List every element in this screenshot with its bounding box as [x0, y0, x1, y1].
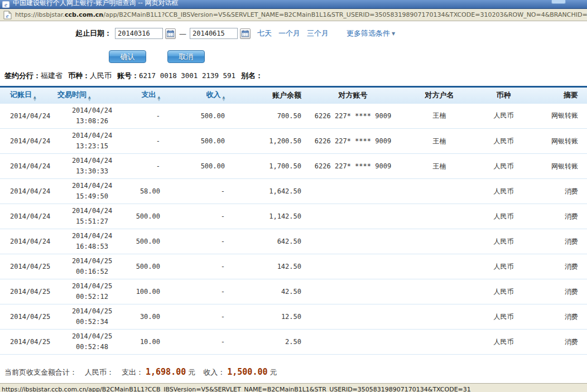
table-row: 2014/04/24 2014/04/24 13:08:26 - 500.00 …: [0, 104, 587, 129]
dialog-icon: e: [2, 1, 10, 8]
cell-posting-date: 2014/04/25: [0, 279, 53, 304]
cell-expense: 500.00: [131, 254, 170, 279]
cell-peer-name: 王楠: [399, 154, 480, 179]
date-from-input[interactable]: [115, 28, 163, 39]
cell-peer-account: [307, 179, 399, 204]
cancel-button[interactable]: 取消: [167, 50, 205, 63]
cell-peer-account: [307, 330, 399, 355]
quick-range-7days[interactable]: 七天: [257, 28, 272, 38]
transaction-clock: 00:52:34: [53, 317, 131, 327]
totals-in-amount: 1,500.00: [227, 367, 267, 377]
cell-summary: 网银转账: [527, 154, 587, 179]
address-bar[interactable]: e https://ibsbjstar.ccb.com.cn/app/B2CMa…: [0, 9, 587, 21]
cell-balance: 42.50: [232, 279, 307, 304]
dialog-title: 中国建设银行个人网上银行-账户明细查询 -- 网页对话框: [13, 0, 179, 8]
cell-transaction-time: 2014/04/25 00:52:48: [53, 330, 131, 355]
cell-peer-account: 6226 227* **** 9009: [307, 104, 399, 129]
column-header-posting-date[interactable]: 记账日▲▼: [0, 87, 53, 104]
totals-currency-label: 人民币：: [85, 368, 114, 376]
cell-transaction-time: 2014/04/24 16:48:53: [53, 229, 131, 254]
action-button-row: 确认 取消: [109, 50, 587, 63]
transaction-clock: 16:48:53: [53, 241, 131, 252]
cell-currency: 人民币: [480, 129, 527, 154]
cell-income: 500.00: [170, 154, 232, 179]
date-from-calendar-button[interactable]: [165, 28, 176, 39]
cell-income: -: [170, 304, 232, 330]
cell-currency: 人民币: [480, 229, 527, 254]
svg-text:e: e: [4, 1, 7, 8]
alias-label: 别名：: [241, 71, 263, 80]
cell-expense: 58.00: [131, 179, 170, 204]
cell-income: -: [170, 279, 232, 304]
cell-currency: 人民币: [480, 330, 527, 355]
cell-income: -: [170, 179, 232, 204]
branch-value: 福建省: [41, 71, 62, 80]
cell-posting-date: 2014/04/25: [0, 304, 53, 330]
cell-posting-date: 2014/04/25: [0, 254, 53, 279]
confirm-button[interactable]: 确认: [109, 50, 146, 63]
transaction-date: 2014/04/25: [53, 331, 131, 342]
cell-transaction-time: 2014/04/24 13:08:26: [53, 104, 131, 129]
cell-peer-account: [307, 204, 399, 229]
transaction-date: 2014/04/25: [53, 306, 131, 317]
column-header-currency: 币种: [480, 87, 527, 104]
column-header-balance: 账户余额: [232, 87, 307, 104]
cell-peer-name: [399, 279, 480, 304]
transaction-clock: 00:52:48: [53, 342, 131, 352]
transaction-date: 2014/04/24: [53, 181, 131, 191]
cell-summary: 消费: [527, 330, 587, 355]
cell-peer-name: [399, 330, 480, 355]
cell-expense: 30.00: [131, 304, 170, 330]
cell-transaction-time: 2014/04/25 00:52:12: [53, 279, 131, 304]
transaction-date: 2014/04/24: [53, 231, 131, 241]
cell-income: -: [170, 330, 232, 355]
more-filters-link[interactable]: 更多筛选条件▼: [347, 28, 395, 38]
transaction-date: 2014/04/24: [53, 206, 131, 216]
cell-expense: 500.00: [131, 229, 170, 254]
totals-out-amount: 1,698.00: [146, 367, 186, 377]
status-url: https://ibsbjstar.ccb.com.cn/app/B2CMain…: [2, 386, 587, 392]
cell-balance: 1,642.50: [232, 179, 307, 204]
dialog-title-bar: e 中国建设银行个人网上银行-账户明细查询 -- 网页对话框: [0, 0, 587, 9]
cell-balance: 700.50: [232, 104, 307, 129]
sort-icon: ▲▼: [88, 95, 91, 101]
column-header-expense[interactable]: 支出▲▼: [131, 87, 170, 104]
cell-balance: 1,142.50: [232, 204, 307, 229]
calendar-icon: [242, 30, 249, 37]
transaction-date: 2014/04/24: [53, 130, 131, 141]
cell-peer-name: [399, 204, 480, 229]
cell-transaction-time: 2014/04/24 15:51:27: [53, 204, 131, 229]
date-to-input[interactable]: [190, 28, 238, 39]
cell-currency: 人民币: [480, 104, 527, 129]
quick-range-1month[interactable]: 一个月: [278, 28, 300, 38]
table-row: 2014/04/24 2014/04/24 16:48:53 500.00 - …: [0, 229, 587, 254]
table-row: 2014/04/25 2014/04/25 00:16:52 500.00 - …: [0, 254, 587, 279]
cell-summary: 网银转账: [527, 129, 587, 154]
column-header-income[interactable]: 收入▲▼: [170, 87, 232, 104]
cell-posting-date: 2014/04/25: [0, 330, 53, 355]
cell-transaction-time: 2014/04/24 15:49:50: [53, 179, 131, 204]
column-header-peer-name: 对方户名: [399, 87, 480, 104]
cell-posting-date: 2014/04/24: [0, 229, 53, 254]
column-header-transaction-time[interactable]: 交易时间▲▼: [53, 87, 131, 104]
totals-in-label: 收入：: [203, 368, 225, 376]
cell-peer-name: 王楠: [399, 104, 480, 129]
date-to-calendar-button[interactable]: [240, 28, 251, 39]
cell-income: 500.00: [170, 129, 232, 154]
cell-income: -: [170, 204, 232, 229]
quick-range-3months[interactable]: 三个月: [307, 28, 329, 38]
cell-expense: 10.00: [131, 330, 170, 355]
cell-summary: 消费: [527, 279, 587, 304]
cell-summary: 网银转账: [527, 104, 587, 129]
cell-posting-date: 2014/04/24: [0, 104, 53, 129]
cell-peer-account: [307, 279, 399, 304]
totals-in-unit: 元: [270, 368, 277, 376]
cell-peer-name: [399, 229, 480, 254]
cell-posting-date: 2014/04/24: [0, 154, 53, 179]
cell-balance: 2.50: [232, 330, 307, 355]
cell-transaction-time: 2014/04/24 13:30:33: [53, 154, 131, 179]
transaction-clock: 13:08:26: [53, 116, 131, 127]
cell-expense: -: [131, 129, 170, 154]
cell-expense: 100.00: [131, 279, 170, 304]
cell-balance: 1,700.50: [232, 154, 307, 179]
